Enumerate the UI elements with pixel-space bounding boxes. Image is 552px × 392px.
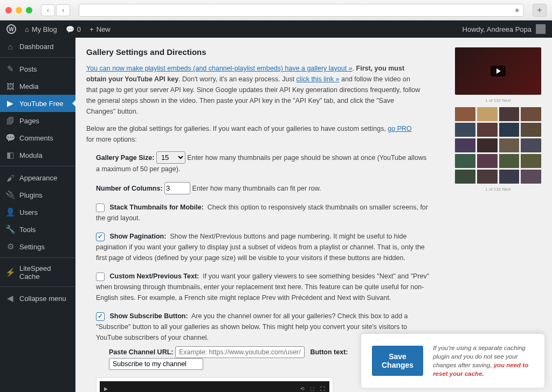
sidebar-item-posts[interactable]: ✎Posts xyxy=(0,60,75,78)
sidebar-item-media[interactable]: 🖼Media xyxy=(0,78,75,95)
save-changes-button[interactable]: Save Changes xyxy=(372,346,423,376)
setting-stack: Stack Thumbnails for Mobile: Check this … xyxy=(96,202,430,223)
sidebar-item-appearance[interactable]: 🖌Appearance xyxy=(0,169,75,186)
btntext-label: Button text: xyxy=(310,348,348,356)
gallery-preview: 1 of 132 Next 1 of 132 Next xyxy=(455,47,541,192)
pagination-checkbox[interactable] xyxy=(96,233,105,241)
comments-count: 0 xyxy=(77,25,81,33)
sidebar-item-pages[interactable]: 🗐Pages xyxy=(0,112,75,129)
forward-button[interactable]: › xyxy=(56,4,70,16)
plus-icon: + xyxy=(89,25,94,33)
new-label: New xyxy=(96,25,111,33)
tools-icon: 🔧 xyxy=(5,225,15,234)
sidebar-item-dashboard[interactable]: ⌂Dashboard xyxy=(0,38,75,55)
sidebar-item-label: Comments xyxy=(19,134,53,142)
sidebar-item-label: LiteSpeed Cache xyxy=(19,264,70,281)
back-button[interactable]: ‹ xyxy=(41,4,55,16)
comments-icon: 💬 xyxy=(5,133,15,143)
sidebar-item-label: Plugins xyxy=(19,191,43,199)
admin-sidebar: ⌂Dashboard ✎Posts 🖼Media ▶YouTube Free 🗐… xyxy=(0,38,75,392)
browser-nav: ‹ › xyxy=(41,4,70,16)
wp-logo[interactable]: W xyxy=(6,24,16,34)
intro-paragraph-1: You can now make playlist embeds (and ch… xyxy=(86,63,420,117)
users-icon: 👤 xyxy=(5,207,15,217)
sidebar-item-label: Appearance xyxy=(19,174,57,182)
play-icon xyxy=(491,66,506,76)
sidebar-item-label: Pages xyxy=(19,117,39,125)
subscribe-checkbox[interactable] xyxy=(96,312,105,321)
sidebar-item-youtube-free[interactable]: ▶YouTube Free xyxy=(0,95,75,112)
site-name: My Blog xyxy=(32,25,57,33)
appearance-icon: 🖌 xyxy=(5,173,15,183)
wp-adminbar: W ⌂ My Blog 💬 0 + New Howdy, Andreea Pop… xyxy=(0,20,552,38)
click-link[interactable]: click this link » xyxy=(296,75,340,83)
sidebar-item-comments[interactable]: 💬Comments xyxy=(0,129,75,146)
sidebar-item-label: Posts xyxy=(19,65,37,73)
new-tab-button[interactable]: + xyxy=(533,4,547,17)
preview-pager-bottom: 1 of 132 Next xyxy=(455,187,541,192)
columns-desc: Enter how many thumbnails can fit per ro… xyxy=(192,185,321,192)
sidebar-item-label: Users xyxy=(19,208,38,216)
sidebar-item-modula[interactable]: ◧Modula xyxy=(0,146,75,164)
stack-checkbox[interactable] xyxy=(96,204,105,212)
setting-columns: Number of Columns: Enter how many thumbn… xyxy=(96,182,430,194)
maximize-window-button[interactable] xyxy=(26,7,32,13)
setting-customtext: Custom Next/Previous Text: If you want y… xyxy=(96,271,430,303)
sidebar-item-label: Settings xyxy=(19,243,45,251)
intro-paragraph-2: Below are the global settings for galler… xyxy=(86,123,420,145)
posts-icon: ✎ xyxy=(5,64,15,74)
sidebar-item-label: YouTube Free xyxy=(19,100,63,108)
howdy-text[interactable]: Howdy, Andreea Popa xyxy=(463,25,532,33)
youtube-icon: ▶ xyxy=(5,99,15,108)
save-panel: Save Changes If you're using a separate … xyxy=(361,334,544,388)
pagination-label: Show Pagination: xyxy=(109,233,166,240)
new-link[interactable]: + New xyxy=(89,25,111,33)
subscribe-label: Show Subscribe Button: xyxy=(109,312,188,320)
comments-link[interactable]: 💬 0 xyxy=(66,25,81,33)
playlist-link[interactable]: You can now make playlist embeds (and ch… xyxy=(86,65,353,72)
stack-label: Stack Thumbnails for Mobile: xyxy=(109,204,203,211)
dashboard-icon: ⌂ xyxy=(5,41,15,51)
sidebar-item-label: Dashboard xyxy=(19,43,54,51)
go-pro-link[interactable]: go PRO xyxy=(388,125,411,132)
browser-chrome: ‹ › ◈ + xyxy=(0,0,552,20)
modula-icon: ◧ xyxy=(5,150,15,160)
sidebar-item-label: Modula xyxy=(19,151,43,159)
pagesize-label: Gallery Page Size: xyxy=(96,154,154,162)
litespeed-icon: ⚡ xyxy=(5,268,15,277)
preview-main-video xyxy=(455,47,541,95)
customtext-checkbox[interactable] xyxy=(96,272,105,281)
channel-label: Paste Channel URL: xyxy=(109,348,173,356)
media-icon: 🖼 xyxy=(5,81,15,91)
collapse-icon: ◀ xyxy=(5,293,15,303)
sidebar-item-label: Tools xyxy=(19,226,36,234)
user-avatar[interactable] xyxy=(536,24,546,34)
button-text-input[interactable] xyxy=(109,358,203,370)
url-bar[interactable]: ◈ xyxy=(79,4,524,17)
sidebar-item-litespeed[interactable]: ⚡LiteSpeed Cache xyxy=(0,261,75,284)
pages-icon: 🗐 xyxy=(5,116,15,125)
preview-pager-top: 1 of 132 Next xyxy=(455,98,541,103)
play-icon: ▶ xyxy=(104,385,108,392)
save-note: If you're using a separate caching plugi… xyxy=(433,344,534,378)
traffic-lights xyxy=(5,7,32,13)
sidebar-item-label: Media xyxy=(19,82,38,90)
minimize-window-button[interactable] xyxy=(16,7,22,13)
channel-url-input[interactable] xyxy=(175,346,305,358)
columns-input[interactable] xyxy=(164,182,190,194)
site-link[interactable]: ⌂ My Blog xyxy=(25,25,57,33)
columns-label: Number of Columns: xyxy=(96,185,163,192)
pagesize-select[interactable]: 15 xyxy=(156,151,185,164)
sidebar-item-settings[interactable]: ⚙Settings xyxy=(0,238,75,255)
sidebar-item-label: Collapse menu xyxy=(19,295,66,303)
customtext-label: Custom Next/Previous Text: xyxy=(109,272,199,280)
sidebar-item-collapse[interactable]: ◀Collapse menu xyxy=(0,290,75,307)
settings-icon: ⚙ xyxy=(5,242,15,251)
plugins-icon: 🔌 xyxy=(5,190,15,200)
setting-pagination: Show Pagination: Show the Next/Previous … xyxy=(96,231,430,263)
close-window-button[interactable] xyxy=(5,7,12,13)
sidebar-item-users[interactable]: 👤Users xyxy=(0,204,75,221)
preview-grid xyxy=(455,107,541,184)
sidebar-item-plugins[interactable]: 🔌Plugins xyxy=(0,186,75,204)
sidebar-item-tools[interactable]: 🔧Tools xyxy=(0,221,75,238)
